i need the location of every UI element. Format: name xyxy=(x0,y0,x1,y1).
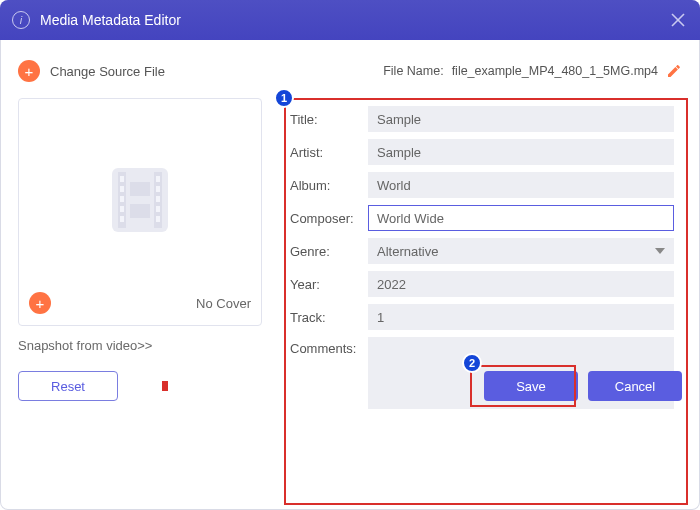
edit-filename-button[interactable] xyxy=(666,63,682,79)
label-title: Title: xyxy=(290,112,368,127)
filename-value: file_example_MP4_480_1_5MG.mp4 xyxy=(452,64,658,78)
svg-rect-12 xyxy=(156,196,160,202)
row-year: Year: xyxy=(290,271,674,297)
filename-label: File Name: xyxy=(383,64,443,78)
snapshot-link[interactable]: Snapshot from video>> xyxy=(18,338,262,353)
row-album: Album: xyxy=(290,172,674,198)
cover-box: + No Cover xyxy=(18,98,262,326)
annotation-badge-2: 2 xyxy=(462,353,482,373)
annotation-badge-1: 1 xyxy=(274,88,294,108)
label-year: Year: xyxy=(290,277,368,292)
chevron-down-icon xyxy=(655,248,665,254)
genre-value: Alternative xyxy=(377,244,438,259)
svg-rect-13 xyxy=(156,206,160,212)
label-album: Album: xyxy=(290,178,368,193)
titlebar: i Media Metadata Editor xyxy=(0,0,700,40)
year-field[interactable] xyxy=(368,271,674,297)
reset-button[interactable]: Reset xyxy=(18,371,118,401)
label-genre: Genre: xyxy=(290,244,368,259)
close-button[interactable] xyxy=(668,10,688,30)
svg-rect-7 xyxy=(120,196,124,202)
composer-field[interactable] xyxy=(368,205,674,231)
content: + Change Source File File Name: file_exa… xyxy=(0,40,700,417)
change-source-button[interactable]: + Change Source File xyxy=(18,60,165,82)
cover-column: + No Cover Snapshot from video>> xyxy=(18,98,262,417)
save-button[interactable]: Save xyxy=(484,371,578,401)
form-column: 1 Title: Artist: Album: Composer: xyxy=(290,98,682,417)
album-field[interactable] xyxy=(368,172,674,198)
cover-placeholder xyxy=(29,109,251,291)
pencil-icon xyxy=(666,63,682,79)
top-row: + Change Source File File Name: file_exa… xyxy=(18,54,682,88)
info-icon: i xyxy=(12,11,30,29)
row-genre: Genre: Alternative xyxy=(290,238,674,264)
svg-rect-8 xyxy=(120,206,124,212)
close-icon xyxy=(671,13,685,27)
change-source-label: Change Source File xyxy=(50,64,165,79)
svg-rect-10 xyxy=(156,176,160,182)
track-field[interactable] xyxy=(368,304,674,330)
svg-rect-16 xyxy=(130,204,150,218)
svg-rect-14 xyxy=(156,216,160,222)
svg-rect-11 xyxy=(156,186,160,192)
label-track: Track: xyxy=(290,310,368,325)
plus-icon: + xyxy=(18,60,40,82)
annotation-mark xyxy=(162,381,168,391)
label-artist: Artist: xyxy=(290,145,368,160)
add-cover-button[interactable]: + xyxy=(29,292,51,314)
cancel-button[interactable]: Cancel xyxy=(588,371,682,401)
svg-rect-9 xyxy=(120,216,124,222)
filename-wrap: File Name: file_example_MP4_480_1_5MG.mp… xyxy=(383,63,682,79)
row-artist: Artist: xyxy=(290,139,674,165)
artist-field[interactable] xyxy=(368,139,674,165)
no-cover-label: No Cover xyxy=(196,296,251,311)
genre-select[interactable]: Alternative xyxy=(368,238,674,264)
row-track: Track: xyxy=(290,304,674,330)
row-title: Title: xyxy=(290,106,674,132)
row-composer: Composer: xyxy=(290,205,674,231)
label-composer: Composer: xyxy=(290,211,368,226)
main-area: + No Cover Snapshot from video>> 1 Title… xyxy=(18,98,682,417)
svg-rect-15 xyxy=(130,182,150,196)
svg-rect-5 xyxy=(120,176,124,182)
footer: Reset 2 Save Cancel xyxy=(18,371,682,401)
cover-bottom: + No Cover xyxy=(29,291,251,315)
window-title: Media Metadata Editor xyxy=(40,12,668,28)
title-field[interactable] xyxy=(368,106,674,132)
window: i Media Metadata Editor + Change Source … xyxy=(0,0,700,510)
svg-rect-6 xyxy=(120,186,124,192)
film-icon xyxy=(98,158,182,242)
